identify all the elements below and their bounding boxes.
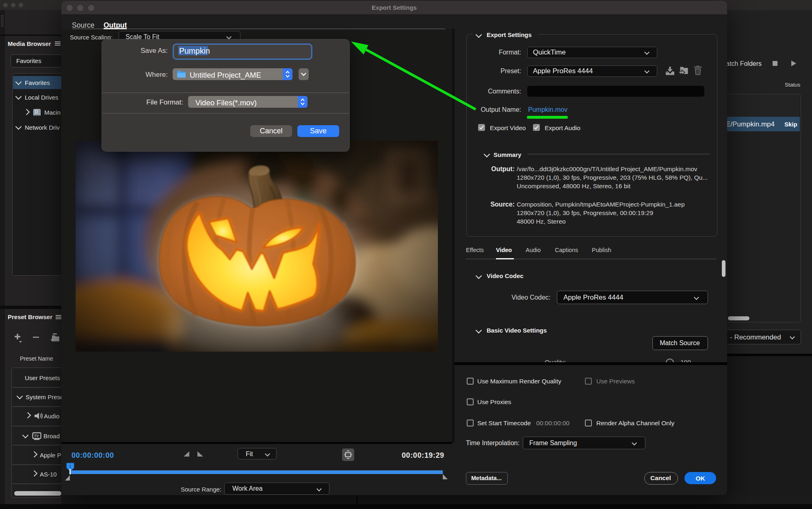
svg-text:TV: TV	[34, 434, 39, 438]
